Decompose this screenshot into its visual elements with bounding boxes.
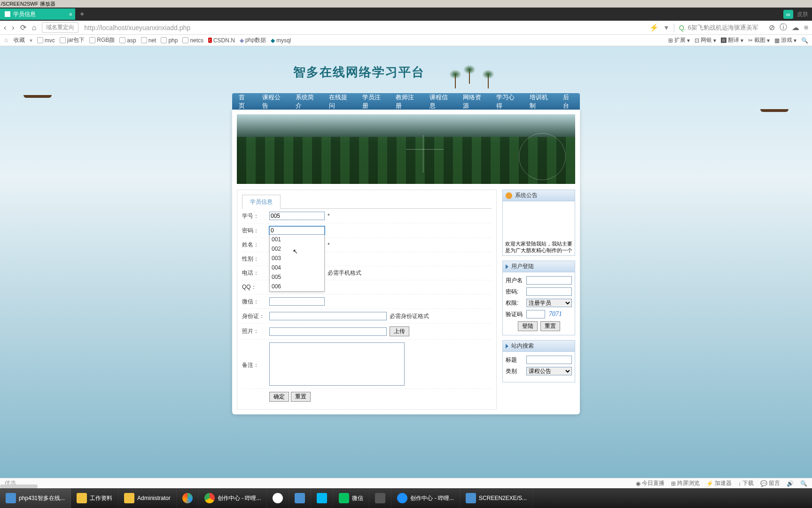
fav-label: 收藏 [14, 36, 25, 44]
search-box[interactable]: Q. 6架飞豹战机远海驱逐美军 [674, 24, 763, 32]
search-engine-icon: Q. [679, 24, 686, 32]
br-game[interactable]: ▦ 游戏 ▾ [774, 36, 796, 44]
bm-jar[interactable]: jar包下 [60, 36, 85, 44]
ext-badge[interactable]: ∞ [783, 10, 793, 19]
bookmark-bar: ☆ 收藏 ▾ mvc jar包下 RGB颜 asp net php netcs … [0, 35, 812, 46]
bm-netcs[interactable]: netcs [182, 37, 203, 44]
bm-php[interactable]: php [161, 37, 178, 44]
search-icon[interactable]: 🔍 [801, 36, 808, 44]
back-button[interactable]: ‹ [4, 24, 6, 32]
tab-active[interactable]: 学员信息 × [0, 8, 75, 20]
br-bank[interactable]: ⊡ 网银 ▾ [695, 36, 716, 44]
voice-icon[interactable]: ⓘ [780, 23, 787, 32]
bm-rgb[interactable]: RGB颜 [89, 36, 115, 44]
home-button[interactable]: ⌂ [32, 24, 37, 32]
redirect-badge: 域名重定向 [42, 22, 78, 33]
close-tab-icon[interactable]: × [69, 11, 72, 18]
menu-icon[interactable]: ≡ [804, 24, 808, 32]
new-tab-button[interactable]: + [80, 10, 84, 18]
bm-phpdata[interactable]: ◆php数据 [240, 36, 266, 44]
dropdown-icon[interactable]: ▾ [664, 23, 668, 32]
reload-button[interactable]: ⟳ [20, 23, 26, 32]
star-icon[interactable]: ☆ [4, 37, 9, 44]
lightning-icon[interactable]: ⚡ [649, 23, 659, 32]
stop-icon[interactable]: ⊘ [769, 23, 775, 32]
bm-mysql[interactable]: ◆mysql [271, 37, 291, 44]
bm-asp[interactable]: asp [119, 37, 136, 44]
url-input[interactable] [84, 24, 644, 32]
bm-net[interactable]: net [141, 37, 156, 44]
br-shot[interactable]: ✂ 截图 ▾ [748, 36, 770, 44]
address-bar: ‹ › ⟳ ⌂ 域名重定向 ⚡ ▾ Q. 6架飞豹战机远海驱逐美军 ⊘ ⓘ ☁ … [0, 21, 812, 35]
chevron-icon: ▾ [30, 37, 32, 44]
br-ext[interactable]: ⊞ 扩展 ▾ [668, 36, 690, 44]
cloud-icon[interactable]: ☁ [792, 23, 799, 32]
page-favicon [5, 11, 10, 17]
tab-title: 学员信息 [13, 10, 36, 18]
titlebar-text: /SCREEN2SWF 播放器 [1, 0, 55, 8]
browser-tabbar: 学员信息 × + ∞ 皮肤 [0, 8, 812, 21]
forward-button[interactable]: › [12, 24, 14, 32]
skin-button[interactable]: 皮肤 [797, 10, 808, 18]
search-hint: 6架飞豹战机远海驱逐美军 [688, 24, 763, 32]
bm-mvc[interactable]: mvc [37, 37, 55, 44]
br-trans[interactable]: 🅰 翻译 ▾ [721, 36, 743, 44]
os-titlebar: /SCREEN2SWF 播放器 [0, 0, 812, 8]
bm-csdn[interactable]: CCSDN.N [208, 37, 235, 44]
